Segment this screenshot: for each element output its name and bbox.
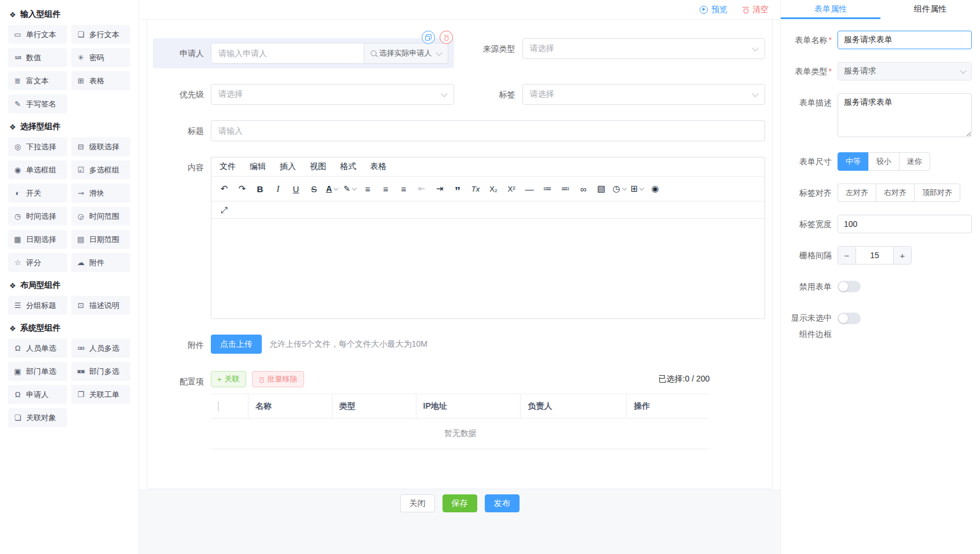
palette-item-cascade-select[interactable]: ⊟级联选择 [71,137,130,156]
palette-item-date-range[interactable]: ▤日期范围 [71,230,130,249]
form-name-label-text: 表单名称 [795,35,828,45]
size-option-0[interactable]: 中等 [838,152,869,171]
undo-icon[interactable]: ↶ [216,182,232,196]
palette-item-dropdown-select[interactable]: ◎下拉选择 [8,137,67,156]
palette-item-related-ticket[interactable]: ❐关联工单 [71,385,130,404]
palette-item-number[interactable]: 123数值 [8,48,67,67]
decrease-button[interactable]: − [838,247,856,264]
palette-item-table[interactable]: ⊞表格 [71,71,130,90]
editor-content[interactable] [211,219,765,318]
palette-item-attachment[interactable]: ☁附件 [71,253,130,272]
preview-button[interactable]: 预览 [700,5,727,15]
size-option-1[interactable]: 较小 [868,152,899,171]
upload-button[interactable]: 点击上传 [211,335,262,354]
table-icon[interactable]: ⊞ [629,182,645,196]
palette-item-label: 密码 [89,53,104,63]
palette-item-description[interactable]: ⊡描述说明 [71,296,130,315]
form-canvas: 申请人 选择实际申请人 来源类型 [147,20,773,489]
tab-form-properties[interactable]: 表单属性 [781,0,880,19]
blockquote-icon[interactable]: ” [449,179,466,198]
bold-icon[interactable]: B [252,182,268,196]
applicant-input[interactable] [211,43,364,64]
copy-widget-button[interactable] [422,31,435,44]
form-desc-textarea[interactable]: 服务请求表单 [838,93,972,137]
align-right-icon[interactable]: ≡ [396,182,412,196]
outdent-icon[interactable]: ⇤ [414,182,430,196]
gutter-value[interactable]: 15 [856,247,893,264]
superscript-icon[interactable]: X² [503,182,520,196]
palette-item-multi-line-text[interactable]: ❏多行文本 [71,25,130,44]
palette-item-rich-text[interactable]: ≣富文本 [8,71,67,90]
image-icon[interactable]: ▧ [593,182,609,196]
strikethrough-icon[interactable]: S [306,182,322,196]
palette-item-signature[interactable]: ✎手写签名 [8,94,67,113]
redo-icon[interactable]: ↷ [234,182,250,196]
increase-button[interactable]: + [893,247,911,264]
size-option-2[interactable]: 迷你 [899,152,930,171]
numbered-list-icon[interactable]: ≕ [557,182,573,196]
palette-item-rating[interactable]: ☆评分 [8,253,67,272]
tag-select[interactable]: 请选择 [522,84,766,105]
clear-button[interactable]: 清空 [743,5,769,15]
align-option-0[interactable]: 左对齐 [838,184,876,202]
tab-component-properties[interactable]: 组件属性 [880,0,980,19]
form-desc-label: 表单描述 [784,93,838,112]
applicant-icon: Ω [13,390,22,399]
align-option-2[interactable]: 顶部对齐 [914,184,960,202]
palette-item-applicant[interactable]: Ω申请人 [8,385,67,404]
editor-menu-item[interactable]: 格式 [340,162,356,172]
clear-format-icon[interactable]: Tx [467,182,484,196]
editor-menu-item[interactable]: 编辑 [250,162,266,172]
link-icon[interactable]: ∞ [575,182,591,196]
editor-menu-item[interactable]: 文件 [220,162,236,172]
highlight-color-icon[interactable]: ✎ [342,182,358,196]
delete-widget-button[interactable] [440,31,453,44]
save-button[interactable]: 保存 [443,494,477,512]
align-center-icon[interactable]: ≡ [378,182,394,196]
title-input[interactable] [211,120,765,141]
select-all-checkbox[interactable] [218,401,219,412]
subscript-icon[interactable]: X₂ [485,182,502,196]
palette-item-checkbox-group[interactable]: ☑多选框组 [71,160,130,179]
editor-menu-item[interactable]: 插入 [280,162,296,172]
palette-item-person-multi[interactable]: ΩΩ人员多选 [71,339,130,358]
insert-time-icon[interactable]: ◷ [611,182,627,196]
palette-item-dept-multi[interactable]: ▣▣部门多选 [71,362,130,381]
bullet-list-icon[interactable]: ≔ [539,182,555,196]
palette-item-date-picker[interactable]: ▦日期选择 [8,230,67,249]
widget-applicant-selected[interactable]: 申请人 选择实际申请人 [153,38,454,68]
editor-menu-item[interactable]: 视图 [310,162,326,172]
align-left-icon[interactable]: ≡ [360,182,376,196]
palette-item-password[interactable]: ✳密码 [71,48,130,67]
close-button[interactable]: 关闭 [400,494,435,512]
italic-icon[interactable]: I [270,182,286,196]
editor-menu-item[interactable]: 表格 [370,162,386,172]
palette-item-dept-single[interactable]: ▣部门单选 [8,362,67,381]
col-content: 内容 文件编辑插入视图格式表格 ↶↷BIUSA✎≡≡≡⇤⇥”TxX₂X²—≔≕∞… [153,157,765,319]
palette-item-time-picker[interactable]: ◷时间选择 [8,207,67,226]
palette-item-radio-group[interactable]: ◉单选框组 [8,160,67,179]
fullscreen-icon[interactable]: ⤢ [216,203,232,217]
palette-item-single-line-text[interactable]: ▭单行文本 [8,25,67,44]
show-unselected-toggle[interactable] [838,313,861,324]
align-option-1[interactable]: 右对齐 [876,184,915,202]
underline-icon[interactable]: U [288,182,304,196]
palette-item-slider[interactable]: ⊸滑块 [71,184,130,203]
palette-item-related-object[interactable]: ❏关联对象 [8,408,67,427]
palette-item-group-title[interactable]: ☰分组标题 [8,296,67,315]
pick-applicant-button[interactable]: 选择实际申请人 [364,43,448,64]
palette-item-time-range[interactable]: ◶时间范围 [71,207,130,226]
disable-form-toggle[interactable] [838,281,861,292]
preview-eye-icon[interactable]: ◉ [647,182,663,196]
horizontal-rule-icon[interactable]: — [521,182,537,196]
form-name-input[interactable] [838,31,972,49]
publish-button[interactable]: 发布 [485,494,520,512]
relate-button[interactable]: + 关联 [211,371,246,387]
palette-item-switch[interactable]: ◐开关 [8,184,67,203]
priority-select[interactable]: 请选择 [211,84,454,105]
source-type-select[interactable]: 请选择 [522,38,766,59]
indent-icon[interactable]: ⇥ [432,182,448,196]
palette-item-person-single[interactable]: Ω人员单选 [8,339,67,358]
label-width-input[interactable] [838,215,972,233]
text-color-icon[interactable]: A [324,182,340,196]
